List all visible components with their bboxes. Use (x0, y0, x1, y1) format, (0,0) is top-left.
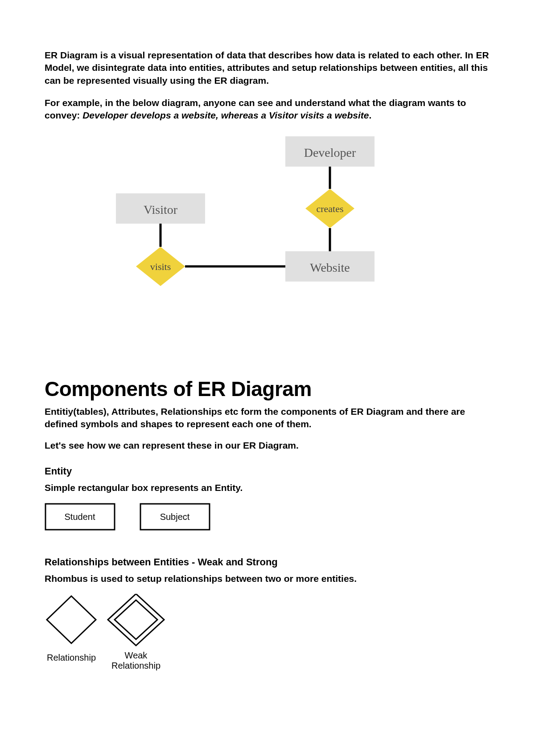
entity-label-website: Website (310, 261, 350, 274)
entity-description: Simple rectangular box represents an Ent… (45, 482, 490, 494)
label-weak-line1: Weak (125, 650, 148, 660)
entity-text-student: Student (65, 512, 95, 522)
intro-paragraph-2: For example, in the below diagram, anyon… (45, 97, 490, 122)
entity-boxes-svg: Student Subject (45, 503, 268, 539)
relationships-heading: Relationships between Entities - Weak an… (45, 556, 490, 568)
er-example-diagram: Developer Visitor Website creates visits (45, 132, 490, 323)
entity-text-subject: Subject (160, 512, 190, 522)
relationships-svg: Relationship Weak Relationship (45, 594, 223, 678)
rhombus-relationship-icon (47, 596, 96, 643)
components-paragraph-1: Entitiy(tables), Attributes, Relationshi… (45, 405, 490, 431)
document-page: ER Diagram is a visual representation of… (0, 0, 535, 756)
rhombus-label-creates: creates (316, 203, 343, 214)
components-paragraph-2: Let's see how we can represent these in … (45, 439, 490, 452)
intro-p2-italic: Developer develops a website, whereas a … (82, 110, 369, 120)
intro-paragraph-1: ER Diagram is a visual representation of… (45, 49, 490, 87)
entity-label-developer: Developer (304, 146, 356, 159)
entity-boxes-figure: Student Subject (45, 503, 490, 539)
label-weak-line2: Relationship (111, 661, 160, 670)
rhombus-label-visits: visits (150, 261, 171, 272)
entity-label-visitor: Visitor (144, 203, 178, 217)
intro-p2-suffix: . (369, 110, 372, 120)
relationships-description: Rhombus is used to setup relationships b… (45, 572, 490, 585)
rhombus-weak-outer-icon (108, 594, 164, 646)
label-relationship: Relationship (47, 653, 96, 662)
relationships-figure: Relationship Weak Relationship (45, 594, 490, 678)
entity-heading: Entity (45, 466, 490, 477)
components-heading: Components of ER Diagram (45, 377, 490, 401)
rhombus-weak-inner-icon (115, 600, 157, 639)
er-diagram-svg: Developer Visitor Website creates visits (45, 132, 446, 323)
